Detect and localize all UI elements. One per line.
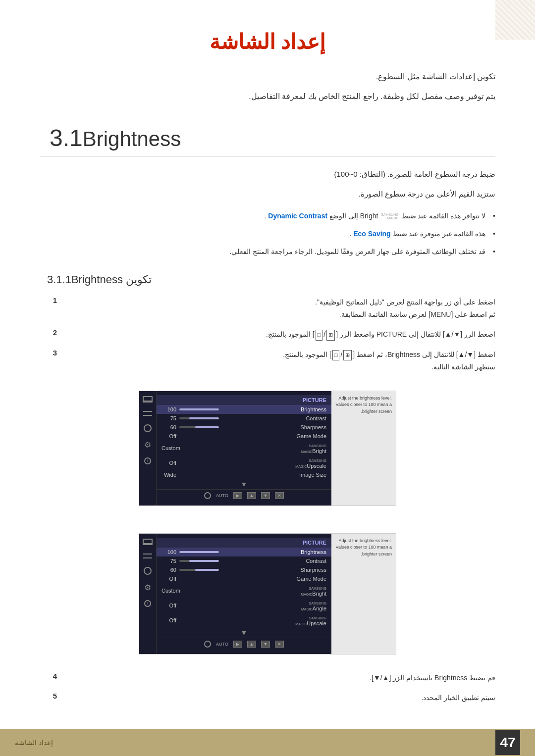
scroll-indicator-1: ▼ (157, 479, 331, 489)
step-4: 4 قم بضبط Brightness باستخدام الزر [▲/▼]… (40, 672, 495, 684)
lines-icon-2 (143, 554, 152, 558)
menu-item-magicbright-2: SAMSUNGMAGICBright Custom (157, 583, 331, 598)
menu-item-gamemode-1: Game Mode Off (157, 432, 331, 441)
menu-item-brightness-1: Brightness 100 (157, 405, 331, 414)
menu-item-magicupscale-2: SAMSUNGMAGICUpscale Off (157, 613, 331, 628)
menu-item-brightness-2: Brightness 100 (157, 548, 331, 556)
footer-page-number: 47 (495, 730, 520, 755)
monitor-sidebar-2: ⚙ i (139, 534, 157, 654)
main-content: إعداد الشاشة تكوين إعدادات الشاشة مثل ال… (0, 0, 535, 756)
info-icon-2: i (144, 600, 151, 607)
auto-label-2: AUTO (216, 642, 228, 647)
auto-label-1: AUTO (216, 493, 228, 498)
range-text: ضبط درجة السطوع العامة للصورة. (النطاق: … (40, 167, 495, 182)
monitor-info-panel-2: Adjust the brightness level. Values clos… (331, 534, 396, 654)
intro-line1: تكوين إعدادات الشاشة مثل السطوع. (40, 69, 495, 85)
bullet-item-1: لا تتوافر هذه القائمة عند ضبط SAMSUNGMAG… (40, 209, 495, 223)
footer: إعداد الشاشة 47 (0, 729, 535, 756)
info-icon: i (144, 457, 151, 464)
monitor-screenshot-2: ⚙ i PICTURE Brightness 100 Contrast (40, 523, 495, 664)
menu-item-magicupscale-1: SAMSUNGMAGICUpscale Off (157, 455, 331, 470)
step-1: 1 اضغط على أي زر بواجهة المنتج لعرض "دلي… (40, 296, 495, 321)
power-icon-1 (204, 492, 211, 499)
bottom-btn-down: ▼ (261, 492, 270, 499)
monitor-sidebar-1: ⚙ i (139, 391, 157, 505)
monitor-bottom-bar-1: ✕ ▼ ▲ ▶ AUTO (157, 489, 331, 502)
intro-line2: يتم توفير وصف مفصل لكل وظيفة. راجع المنت… (40, 89, 495, 104)
bottom-btn-down-2: ▼ (261, 641, 270, 648)
bottom-btn-x-2: ✕ (275, 641, 284, 648)
top-corner-decoration (495, 0, 535, 40)
bottom-btn-enter-2: ▶ (233, 641, 242, 648)
menu-item-magicangle-2: SAMSUNGMAGICAngle Off (157, 598, 331, 613)
menu-header-2: PICTURE (157, 538, 331, 548)
page-title: إعداد الشاشة (40, 30, 495, 54)
monitor-icon-2 (143, 539, 153, 545)
subsection-title: تكوين Brightness (71, 273, 152, 286)
monitor-bottom-bar-2: ✕ ▼ ▲ ▶ AUTO (157, 638, 331, 650)
bottom-btn-up: ▲ (247, 492, 256, 499)
menu-header-1: PICTURE (157, 395, 331, 405)
step-3: 3 اضغط [▼/▲] للانتقال إلى Brightness، ثم… (40, 349, 495, 373)
monitor-screen-1: PICTURE Brightness 100 Contrast 75 (157, 391, 331, 505)
bottom-btn-x: ✕ (275, 492, 284, 499)
lines-icon (143, 411, 152, 416)
circle-icon-2 (144, 567, 152, 575)
monitor-screenshot-1: ⚙ i PICTURE Brightness 100 Contrast (40, 381, 495, 516)
gear-icon: ⚙ (144, 440, 151, 450)
step-2: 2 اضغط الزر [▼/▲] للانتقال إلى PICTURE و… (40, 328, 495, 341)
subsection-number: 3.1.1 (47, 273, 71, 286)
menu-item-gamemode-2: Game Mode Off (157, 574, 331, 583)
menu-item-imagesize-1: Image Size Wide (157, 470, 331, 479)
steps-list-2: 4 قم بضبط Brightness باستخدام الزر [▲/▼]… (40, 672, 495, 704)
monitor-display-2: ⚙ i PICTURE Brightness 100 Contrast (139, 533, 396, 655)
footer-text: إعداد الشاشة (15, 739, 53, 747)
section-number: 3.1 (50, 124, 83, 151)
menu-item-sharpness-1: Sharpness 60 (157, 423, 331, 432)
bullet-item-3: قد تختلف الوظائف المتوفرة على جهاز العرض… (40, 245, 495, 258)
power-icon-2 (204, 641, 211, 648)
menu-item-magicbright-1: SAMSUNGMAGICBright Custom (157, 441, 331, 455)
monitor-display-1: ⚙ i PICTURE Brightness 100 Contrast (139, 391, 396, 506)
monitor-screen-2: PICTURE Brightness 100 Contrast 75 (157, 534, 331, 654)
subsection-heading: 3.1.1 تكوين Brightness (40, 273, 495, 286)
increase-text: ستزيد القيم الأعلى من درجة سطوع الصورة. (40, 187, 495, 202)
menu-item-sharpness-2: Sharpness 60 (157, 565, 331, 574)
menu-item-contrast-2: Contrast 75 (157, 556, 331, 565)
circle-icon (144, 424, 152, 432)
step-5: 5 سيتم تطبيق الخيار المحدد. (40, 692, 495, 704)
monitor-info-panel-1: Adjust the brightness level. Values clos… (331, 391, 396, 505)
monitor-icon (143, 396, 153, 403)
section-title: Brightness (83, 127, 181, 151)
bullet-item-2: هذه القائمة غير متوفرة عند ضبط Eco Savin… (40, 227, 495, 241)
bullet-list: لا تتوافر هذه القائمة عند ضبط SAMSUNGMAG… (40, 209, 495, 258)
bottom-btn-enter: ▶ (233, 492, 242, 499)
bottom-btn-up-2: ▲ (247, 641, 256, 648)
menu-item-contrast-1: Contrast 75 (157, 414, 331, 423)
scroll-indicator-2: ▼ (157, 628, 331, 638)
section-heading: 3.1 Brightness (40, 124, 495, 157)
gear-icon-2: ⚙ (144, 583, 151, 592)
steps-list: 1 اضغط على أي زر بواجهة المنتج لعرض "دلي… (40, 296, 495, 373)
